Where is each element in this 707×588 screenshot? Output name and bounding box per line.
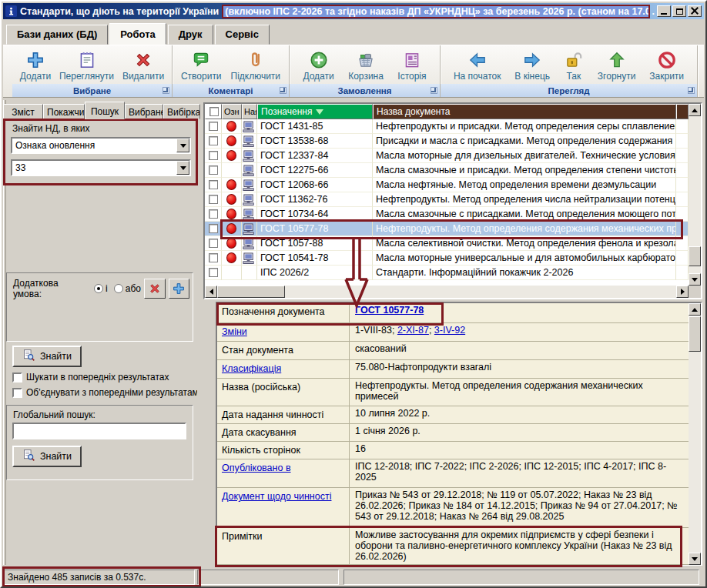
toolbar-button-arrow-left[interactable]: На початок bbox=[451, 49, 504, 82]
toolbar-button-padlock-open[interactable]: Так bbox=[561, 49, 586, 82]
dialog-launcher-icon[interactable] bbox=[163, 87, 169, 94]
scroll-up-button[interactable] bbox=[689, 104, 701, 116]
toolbar-button-notepad[interactable]: Переглянути bbox=[57, 49, 116, 82]
table-horizontal-scrollbar[interactable] bbox=[205, 286, 689, 298]
detail-value-text: 10 липня 2022 р. bbox=[355, 408, 430, 419]
toolbar-button-plus-blue[interactable]: Додати bbox=[18, 49, 53, 82]
dialog-launcher-icon[interactable] bbox=[688, 87, 695, 94]
toolbar-button-newspaper[interactable]: Історія bbox=[395, 49, 428, 82]
row-availability-cell bbox=[242, 134, 257, 149]
table-row-7[interactable]: ГОСТ 10734-64Масла смазочные с присадкам… bbox=[205, 207, 689, 222]
toolbar-button-paperclip[interactable]: Підключити bbox=[229, 49, 283, 82]
row-designation: ГОСТ 1057-88 bbox=[257, 236, 373, 251]
left-tab-4[interactable]: Вибране bbox=[125, 104, 163, 119]
detail-label-link[interactable]: Документ щодо чинності bbox=[222, 491, 331, 502]
ribbon-tab-2[interactable]: Робота bbox=[109, 23, 166, 45]
row-checkbox[interactable] bbox=[209, 239, 218, 248]
scroll-thumb[interactable] bbox=[689, 246, 701, 266]
scroll-left-button[interactable] bbox=[205, 286, 217, 298]
toolbar-button-basket[interactable]: Корзина bbox=[346, 49, 386, 82]
row-checkbox[interactable] bbox=[209, 209, 218, 219]
radio-and[interactable] bbox=[94, 284, 103, 293]
global-search-input[interactable] bbox=[12, 423, 186, 439]
detail-label-link[interactable]: Класифікація bbox=[222, 363, 281, 374]
details-vertical-scrollbar[interactable] bbox=[689, 303, 701, 565]
row-checkbox[interactable] bbox=[209, 165, 218, 175]
close-button[interactable] bbox=[688, 5, 702, 17]
maximize-button[interactable] bbox=[672, 5, 686, 17]
detail-value-link[interactable]: 2-XI-87 bbox=[397, 325, 429, 336]
scroll-up-button[interactable] bbox=[689, 303, 701, 316]
global-find-button[interactable]: Знайти bbox=[12, 446, 82, 467]
search-value-combobox[interactable]: 33 bbox=[11, 159, 191, 176]
table-row-2[interactable]: ГОСТ 13538-68Присадки и масла с присадка… bbox=[205, 134, 689, 149]
row-checkbox[interactable] bbox=[209, 180, 218, 189]
scroll-right-button[interactable] bbox=[676, 286, 689, 298]
table-row-11[interactable]: ІПС 2026/2Стандарти. Інформаційний покаж… bbox=[205, 266, 689, 280]
scroll-thumb[interactable] bbox=[217, 286, 285, 298]
red-dot-icon bbox=[226, 194, 236, 205]
header-select-all[interactable] bbox=[205, 104, 222, 119]
table-row-6[interactable]: ГОСТ 11362-76Нефтепродукты. Метод опреде… bbox=[205, 192, 689, 207]
dialog-launcher-icon[interactable] bbox=[280, 87, 286, 94]
left-tab-2[interactable]: Покажчи bbox=[43, 104, 85, 119]
table-row-10[interactable]: ГОСТ 10541-78Масла моторные универсальны… bbox=[205, 251, 689, 266]
toolbar-button-arrow-up[interactable]: Згорнути bbox=[595, 49, 638, 82]
scroll-down-button[interactable] bbox=[689, 273, 701, 286]
row-checkbox[interactable] bbox=[209, 253, 218, 262]
row-checkbox[interactable] bbox=[209, 122, 218, 131]
minimize-button[interactable] bbox=[657, 5, 671, 17]
merge-with-previous-label: Об'єднувати з попередніми результатами bbox=[26, 387, 197, 398]
toolbar-button-no-entry[interactable]: Закрити bbox=[647, 49, 686, 82]
remove-condition-button[interactable] bbox=[144, 279, 166, 299]
row-update-flag-cell bbox=[222, 207, 242, 222]
find-button[interactable]: Знайти bbox=[12, 346, 82, 367]
header-document-name[interactable]: Назва документа bbox=[373, 104, 676, 119]
header-designation[interactable]: Позначення bbox=[257, 104, 373, 119]
left-tab-5[interactable]: Вибірка bbox=[163, 104, 200, 119]
search-value-dropdown-button[interactable] bbox=[176, 161, 189, 175]
row-extra-cell bbox=[676, 178, 689, 192]
left-tab-3[interactable]: Пошук bbox=[85, 102, 125, 119]
detail-value-link[interactable]: 3-IV-92 bbox=[434, 325, 465, 336]
merge-with-previous-checkbox[interactable] bbox=[12, 388, 22, 398]
row-checkbox[interactable] bbox=[209, 195, 218, 204]
add-condition-button[interactable] bbox=[169, 279, 190, 299]
toolbar-button-circle-plus-green[interactable]: Додати bbox=[300, 49, 336, 82]
ribbon-tab-1[interactable]: Бази даних (БД) bbox=[6, 25, 108, 45]
row-checkbox[interactable] bbox=[209, 151, 218, 160]
red-dot-icon bbox=[226, 223, 236, 234]
table-row-8[interactable]: ГОСТ 10577-78Нефтепродукты. Метод опреде… bbox=[205, 222, 689, 236]
search-in-previous-checkbox[interactable] bbox=[12, 373, 22, 383]
search-field-combobox[interactable]: Ознака оновлення bbox=[11, 137, 191, 154]
table-row-5[interactable]: ГОСТ 12068-66Масла нефтяные. Метод опред… bbox=[205, 178, 689, 192]
ribbon-tab-4[interactable]: Сервіс bbox=[215, 25, 270, 45]
triangle-down-icon bbox=[692, 278, 698, 282]
search-field-dropdown-button[interactable] bbox=[176, 139, 189, 152]
detail-value-link[interactable]: ГОСТ 10577-78 bbox=[355, 305, 424, 316]
row-checkbox[interactable] bbox=[209, 224, 218, 233]
table-row-9[interactable]: ГОСТ 1057-88Масла селективной очистки. М… bbox=[205, 236, 689, 251]
detail-label-link[interactable]: Опубліковано в bbox=[222, 463, 291, 473]
table-row-4[interactable]: ГОСТ 12275-66Масла смазочные и присадки.… bbox=[205, 163, 689, 178]
select-all-checkbox[interactable] bbox=[209, 107, 219, 116]
table-vertical-scrollbar[interactable] bbox=[689, 104, 701, 286]
row-checkbox[interactable] bbox=[209, 268, 218, 277]
row-checkbox[interactable] bbox=[209, 136, 218, 145]
radio-or-label: або bbox=[126, 283, 141, 294]
dialog-launcher-icon[interactable] bbox=[431, 87, 437, 94]
table-row-1[interactable]: ГОСТ 1431-85Нефтепродукты и присадки. Ме… bbox=[205, 119, 689, 134]
detail-label-link[interactable]: Зміни bbox=[222, 326, 247, 337]
toolbar-button-speech-bubble[interactable]: Створити bbox=[179, 49, 224, 82]
left-tab-1[interactable]: Зміст bbox=[3, 104, 43, 119]
toolbar-button-arrow-right[interactable]: В кінець bbox=[512, 49, 552, 82]
header-nay[interactable]: Ная bbox=[242, 104, 257, 119]
toolbar-button-red-x[interactable]: Видалити bbox=[120, 49, 166, 82]
ribbon-tab-3[interactable]: Друк bbox=[168, 25, 213, 45]
detail-label: Опубліковано в bbox=[217, 459, 350, 487]
scroll-thumb[interactable] bbox=[689, 316, 701, 352]
header-ozn[interactable]: Озн bbox=[222, 104, 242, 119]
scroll-down-button[interactable] bbox=[689, 553, 701, 565]
radio-or[interactable] bbox=[114, 284, 123, 293]
table-row-3[interactable]: ГОСТ 12337-84Масла моторные для дизельны… bbox=[205, 149, 689, 163]
